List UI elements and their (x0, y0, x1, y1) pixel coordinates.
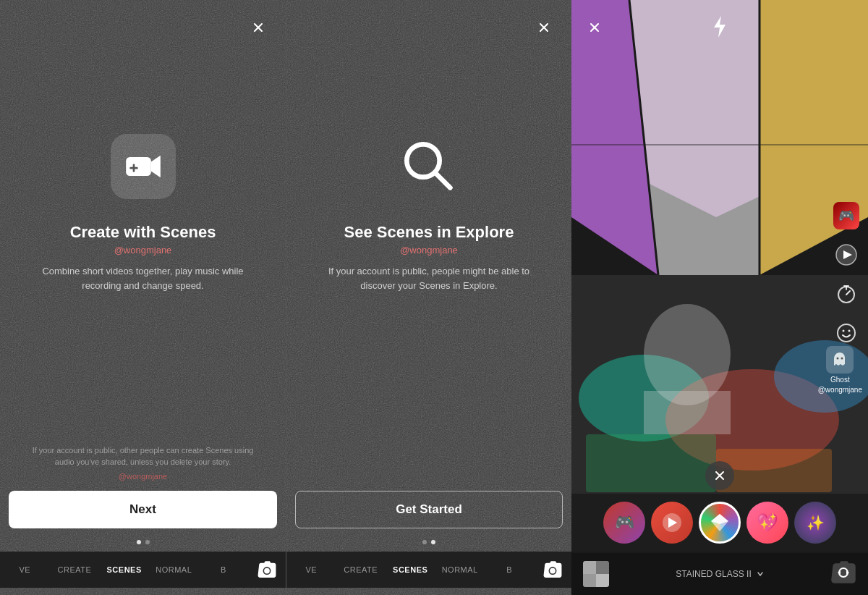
search-icon (396, 134, 461, 199)
svg-rect-42 (596, 561, 609, 574)
panel1-footer-note: If your account is public, other people … (0, 445, 286, 468)
filter-close-button[interactable] (705, 461, 734, 490)
svg-point-34 (848, 330, 851, 332)
ghost-icon (826, 346, 854, 374)
svg-rect-44 (596, 574, 609, 587)
effect-label[interactable]: STAINED GLASS II (676, 569, 763, 579)
svg-line-7 (435, 172, 450, 187)
svg-point-23 (644, 304, 731, 405)
svg-point-32 (838, 324, 855, 342)
game-icon[interactable]: 🎮 (833, 203, 859, 229)
camera-close-button[interactable] (583, 16, 606, 39)
svg-line-30 (846, 291, 850, 295)
nav-ve[interactable]: VE (0, 561, 50, 578)
svg-point-9 (550, 568, 556, 574)
panel2-dots (422, 540, 435, 544)
gallery-button[interactable] (583, 561, 609, 587)
svg-point-33 (843, 330, 845, 332)
nav-create[interactable]: CREATE (336, 561, 385, 578)
nav-ve[interactable]: VE (286, 561, 336, 578)
effect-name: STAINED GLASS II (676, 569, 751, 579)
camera-panel: 🎮 (571, 0, 868, 595)
ghost-filter-label[interactable]: Ghost @wongmjane (818, 346, 862, 394)
nav-normal[interactable]: NORMAL (435, 561, 484, 578)
panel-create-scenes: Create with Scenes @wongmjane Combine sh… (0, 0, 286, 595)
svg-point-36 (841, 358, 843, 360)
filter-item-game[interactable]: 🎮 (603, 502, 645, 544)
search-icon-area (393, 130, 465, 203)
panel1-footer: If your account is public, other people … (0, 445, 286, 595)
dot-2 (431, 540, 435, 544)
camera-bottom-bar: STAINED GLASS II (571, 553, 868, 595)
close-button[interactable] (247, 16, 270, 39)
nav-b[interactable]: B (199, 561, 249, 578)
filter-item-sparkle[interactable]: ✨ (794, 502, 836, 544)
flash-icon[interactable] (711, 16, 728, 41)
video-plus-icon (111, 134, 176, 199)
close-button-2[interactable] (532, 16, 556, 39)
panel2-bottom-nav: VE CREATE SCENES NORMAL B (286, 552, 571, 588)
svg-marker-25 (714, 16, 726, 38)
nav-scenes[interactable]: SCENES (386, 561, 435, 578)
dot-2 (145, 540, 150, 544)
panel2-username: @wongmjane (400, 245, 458, 256)
svg-marker-1 (150, 156, 160, 177)
ghost-label-text: Ghost (830, 376, 850, 384)
filter-item-hearts[interactable]: 💖 (746, 502, 788, 544)
panel1-title: Create with Scenes (48, 223, 238, 242)
panel1-footer-username: @wongmjane (119, 472, 167, 481)
panel1-description: Combine short videos together, play musi… (0, 264, 286, 292)
svg-rect-0 (126, 157, 151, 176)
nav-camera-button[interactable] (534, 560, 571, 580)
nav-normal[interactable]: NORMAL (149, 561, 199, 578)
svg-rect-43 (583, 574, 596, 587)
dot-1 (422, 540, 427, 544)
dot-1 (137, 540, 141, 544)
panel2-title: See Scenes in Explore (323, 223, 536, 242)
game-icon-box: 🎮 (833, 202, 859, 229)
nav-camera-button[interactable] (248, 560, 286, 580)
camera-sidebar: 🎮 (833, 203, 859, 346)
svg-point-5 (264, 568, 270, 574)
ghost-username: @wongmjane (818, 386, 862, 394)
camera-flip-button[interactable] (830, 560, 856, 588)
panel1-bottom-nav: VE CREATE SCENES NORMAL B (0, 552, 286, 588)
face-icon[interactable] (833, 320, 859, 346)
panel-explore-scenes: See Scenes in Explore @wongmjane If your… (286, 0, 571, 595)
filter-carousel: 🎮 💖 ✨ (571, 494, 868, 552)
svg-rect-24 (644, 391, 731, 434)
svg-rect-18 (586, 434, 716, 492)
panel1-username: @wongmjane (114, 245, 172, 256)
get-started-button[interactable]: Get Started (295, 491, 563, 528)
next-button[interactable]: Next (9, 491, 277, 528)
filter-item-reels[interactable] (651, 502, 693, 544)
svg-rect-41 (583, 561, 596, 574)
panel2-footer: Get Started VE CREATE SCENES NORMAL B (286, 486, 571, 595)
filter-item-diamond[interactable] (699, 502, 741, 544)
nav-create[interactable]: CREATE (50, 561, 100, 578)
create-icon-area (107, 130, 179, 203)
panel1-dots (137, 540, 150, 544)
timer-icon[interactable] (833, 281, 859, 307)
nav-scenes[interactable]: SCENES (99, 561, 149, 578)
svg-point-35 (837, 358, 839, 360)
panel2-description: If your account is public, people might … (286, 264, 571, 292)
nav-b[interactable]: B (485, 561, 534, 578)
play-icon[interactable] (833, 242, 859, 268)
